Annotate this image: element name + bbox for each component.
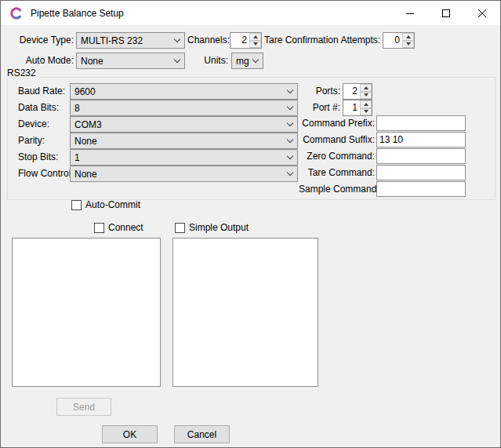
chevron-down-icon (174, 56, 180, 62)
ports-value: 2 (343, 84, 360, 99)
checkbox-box-icon (71, 200, 82, 210)
pipette-balance-setup-dialog: Pipette Balance Setup Device Type: MULTI… (0, 0, 501, 448)
device-type-select[interactable]: MULTI-RS 232 (76, 32, 185, 49)
device-type-value: MULTI-RS 232 (81, 35, 175, 46)
chevron-down-icon (252, 56, 259, 62)
baud-rate-select[interactable]: 9600 (70, 83, 298, 100)
ports-spinner[interactable]: 2 (343, 83, 372, 100)
arrow-down-icon (406, 42, 411, 46)
units-label: Units: (187, 53, 228, 69)
device-type-label: Device Type: (9, 32, 74, 49)
chevron-down-icon (287, 103, 293, 109)
arrow-up-icon (364, 86, 368, 89)
zero-command-label: Zero Command: (299, 148, 375, 165)
caption-buttons (392, 1, 500, 25)
arrow-down-icon (364, 93, 368, 97)
chevron-down-icon (287, 86, 293, 93)
device-select[interactable]: COM3 (70, 116, 298, 133)
arrow-up-icon (406, 35, 411, 38)
tare-attempts-spin-down-button[interactable] (402, 41, 414, 49)
stop-bits-select[interactable]: 1 (70, 149, 298, 166)
tare-attempts-spin-up-button[interactable] (402, 33, 414, 41)
zero-command-input[interactable] (376, 148, 466, 164)
arrow-down-icon (253, 42, 258, 46)
parity-label: Parity: (18, 133, 45, 149)
command-prefix-input[interactable] (376, 115, 466, 131)
auto-mode-select[interactable]: None (76, 53, 185, 69)
cancel-button[interactable]: Cancel (174, 425, 230, 443)
rs232-group-label: RS232 (7, 67, 39, 78)
maximize-icon (442, 9, 450, 17)
port-number-label: Port #: (299, 100, 340, 116)
chevron-down-icon (287, 169, 293, 175)
command-suffix-input[interactable] (376, 132, 466, 148)
command-suffix-label: Command Suffix: (299, 132, 375, 148)
arrow-up-icon (364, 103, 368, 106)
sample-command-label: Sample Command: (299, 181, 375, 198)
chevron-down-icon (287, 152, 293, 158)
channels-spinner[interactable]: 2 (230, 32, 262, 49)
channels-spin-down-button[interactable] (249, 41, 261, 49)
simple-output-checkbox-label: Simple Output (189, 223, 249, 233)
tare-attempts-spinner[interactable]: 0 (383, 32, 415, 49)
tare-attempts-value: 0 (383, 33, 402, 48)
minimize-icon (406, 9, 414, 17)
port-number-spin-up-button[interactable] (360, 100, 372, 108)
tare-command-input[interactable] (376, 165, 466, 180)
chevron-down-icon (287, 136, 293, 142)
data-bits-label: Data Bits: (18, 100, 59, 116)
connect-checkbox[interactable]: Connect (94, 222, 143, 234)
arrow-up-icon (253, 35, 258, 38)
titlebar[interactable]: Pipette Balance Setup (1, 1, 500, 25)
ok-button[interactable]: OK (102, 425, 158, 443)
auto-commit-checkbox[interactable]: Auto-Commit (71, 199, 140, 211)
baud-rate-label: Baud Rate: (18, 83, 65, 100)
tare-attempts-label: Tare Confirmation Attempts: (264, 32, 380, 49)
auto-mode-value: None (81, 56, 175, 67)
auto-mode-label: Auto Mode: (9, 53, 74, 69)
stop-bits-label: Stop Bits: (18, 149, 58, 166)
ports-spin-down-button[interactable] (360, 92, 372, 100)
parity-select[interactable]: None (70, 133, 298, 149)
close-button[interactable] (464, 1, 500, 25)
data-bits-value: 8 (74, 103, 288, 114)
flow-control-select[interactable]: None (70, 166, 298, 182)
checkbox-box-icon (94, 223, 104, 233)
stop-bits-value: 1 (74, 152, 288, 163)
app-logo-icon (9, 6, 24, 20)
maximize-button[interactable] (428, 1, 464, 25)
port-number-spin-down-button[interactable] (360, 108, 372, 116)
flow-control-value: None (74, 169, 288, 180)
send-button[interactable]: Send (56, 398, 111, 416)
chevron-down-icon (287, 119, 293, 126)
window-title: Pipette Balance Setup (31, 8, 124, 19)
channels-value: 2 (231, 33, 249, 48)
simple-output-checkbox[interactable]: Simple Output (175, 222, 249, 234)
tare-command-label: Tare Command: (299, 165, 375, 181)
port-number-spinner[interactable]: 1 (343, 100, 372, 116)
connect-checkbox-label: Connect (108, 223, 143, 233)
data-bits-select[interactable]: 8 (70, 100, 298, 116)
port-number-value: 1 (343, 100, 360, 115)
connect-output-listbox[interactable] (12, 238, 161, 387)
device-label: Device: (18, 116, 49, 133)
ports-spin-up-button[interactable] (360, 84, 372, 92)
parity-value: None (74, 136, 288, 147)
close-icon (478, 9, 486, 17)
baud-rate-value: 9600 (74, 86, 288, 97)
channels-spin-up-button[interactable] (249, 33, 261, 41)
flow-control-label: Flow Control: (18, 166, 74, 182)
auto-commit-checkbox-label: Auto-Commit (85, 200, 140, 210)
minimize-button[interactable] (392, 1, 428, 25)
command-prefix-label: Command Prefix: (299, 115, 375, 132)
arrow-down-icon (364, 110, 368, 113)
units-value: mg (236, 56, 253, 67)
channels-label: Channels: (187, 32, 228, 49)
simple-output-listbox[interactable] (172, 238, 318, 387)
checkbox-box-icon (175, 223, 185, 233)
ports-label: Ports: (299, 83, 340, 100)
chevron-down-icon (174, 35, 180, 42)
units-select[interactable]: mg (231, 53, 263, 69)
device-value: COM3 (74, 119, 288, 130)
sample-command-input[interactable] (376, 181, 466, 197)
